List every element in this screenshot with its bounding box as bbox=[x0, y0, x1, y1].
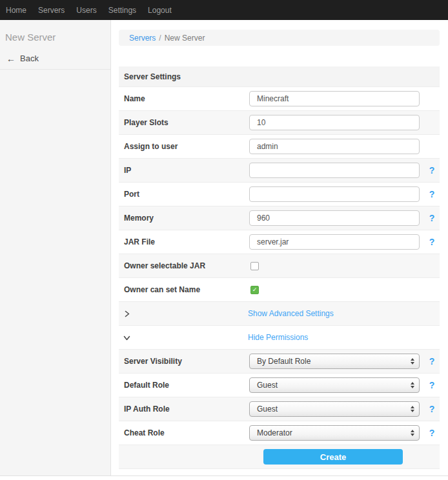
field-label-ip-auth-role: IP Auth Role bbox=[119, 405, 249, 414]
back-button[interactable]: ← Back bbox=[0, 49, 110, 70]
section-title: Server Settings bbox=[119, 72, 181, 81]
page: HomeServersUsersSettingsLogout New Serve… bbox=[0, 0, 448, 480]
field-label-name: Name bbox=[119, 94, 249, 103]
selected-option: Guest bbox=[257, 381, 278, 390]
page-title: New Server bbox=[0, 20, 110, 49]
field-control: Guest bbox=[249, 377, 420, 393]
field-control bbox=[249, 262, 420, 270]
selected-option: Guest bbox=[257, 405, 278, 414]
sidebar: New Server ← Back bbox=[0, 20, 111, 475]
port-input[interactable] bbox=[249, 186, 420, 202]
show-advanced-settings-link[interactable]: Show Advanced Settings bbox=[248, 309, 334, 318]
selected-option: Moderator bbox=[257, 428, 292, 437]
server-visibility-select[interactable]: By Default Role bbox=[249, 354, 420, 369]
breadcrumb-link-servers[interactable]: Servers bbox=[129, 34, 156, 43]
select-stepper-icon bbox=[411, 358, 414, 365]
server-settings-form: Server SettingsNamePlayer SlotsAssign to… bbox=[119, 66, 440, 469]
row-name: Name bbox=[119, 87, 440, 111]
field-label-assign-to-user: Assign to user bbox=[119, 142, 249, 151]
help-icon[interactable]: ? bbox=[427, 380, 436, 390]
help-icon[interactable]: ? bbox=[427, 189, 436, 199]
ip-auth-role-select[interactable]: Guest bbox=[249, 401, 420, 417]
help-icon[interactable]: ? bbox=[427, 213, 436, 223]
help-icon[interactable]: ? bbox=[427, 165, 436, 175]
hide-permissions-link[interactable]: Hide Permissions bbox=[248, 333, 308, 342]
field-control bbox=[249, 91, 420, 106]
nav-item-logout[interactable]: Logout bbox=[142, 6, 178, 15]
field-label-default-role: Default Role bbox=[119, 381, 249, 390]
nav-item-settings[interactable]: Settings bbox=[103, 6, 142, 15]
field-label-owner-selectable-jar: Owner selectable JAR bbox=[119, 261, 249, 270]
row-show-advanced-settings: Show Advanced Settings bbox=[119, 302, 440, 326]
memory-input[interactable] bbox=[249, 210, 420, 226]
select-stepper-icon bbox=[411, 430, 414, 436]
field-control: Guest bbox=[249, 401, 420, 417]
breadcrumb: Servers / New Server bbox=[119, 30, 440, 46]
top-navbar: HomeServersUsersSettingsLogout bbox=[0, 0, 448, 20]
nav-item-servers[interactable]: Servers bbox=[32, 6, 70, 15]
field-control bbox=[249, 115, 420, 130]
row-owner-selectable-jar: Owner selectable JAR bbox=[119, 254, 440, 278]
name-input[interactable] bbox=[249, 91, 420, 106]
chevron-right-icon[interactable] bbox=[119, 310, 248, 318]
field-label-ip: IP bbox=[119, 166, 249, 175]
assign-to-user-input[interactable] bbox=[249, 139, 420, 154]
field-control bbox=[249, 163, 420, 178]
field-label-cheat-role: Cheat Role bbox=[119, 428, 249, 437]
row-ip: IP? bbox=[119, 159, 440, 183]
field-control bbox=[249, 210, 420, 226]
row-server-visibility: Server VisibilityBy Default Role? bbox=[119, 350, 440, 374]
row-default-role: Default RoleGuest? bbox=[119, 374, 440, 397]
field-label-owner-can-set-name: Owner can set Name bbox=[119, 285, 249, 294]
breadcrumb-separator: / bbox=[159, 34, 161, 43]
bottom-divider bbox=[0, 475, 448, 476]
field-control: ✓ bbox=[249, 286, 420, 294]
field-control: By Default Role bbox=[249, 354, 420, 369]
help-icon[interactable]: ? bbox=[427, 237, 436, 247]
row-owner-can-set-name: Owner can set Name✓ bbox=[119, 278, 440, 302]
row-jar-file: JAR File? bbox=[119, 230, 440, 254]
field-label-port: Port bbox=[119, 190, 249, 199]
help-icon[interactable]: ? bbox=[427, 356, 436, 366]
main-content: Servers / New Server Server SettingsName… bbox=[119, 20, 440, 469]
default-role-select[interactable]: Guest bbox=[249, 377, 420, 393]
nav-item-users[interactable]: Users bbox=[70, 6, 102, 15]
chevron-down-icon[interactable] bbox=[119, 334, 248, 342]
row-ip-auth-role: IP Auth RoleGuest? bbox=[119, 397, 440, 421]
row-port: Port? bbox=[119, 183, 440, 206]
field-label-player-slots: Player Slots bbox=[119, 118, 249, 127]
field-control: Moderator bbox=[249, 425, 420, 441]
jar-file-input[interactable] bbox=[249, 234, 420, 250]
row-server-settings: Server Settings bbox=[119, 66, 440, 87]
field-label-memory: Memory bbox=[119, 214, 249, 223]
field-label-jar-file: JAR File bbox=[119, 237, 249, 246]
back-label: Back bbox=[20, 54, 39, 63]
row-memory: Memory? bbox=[119, 206, 440, 230]
row-assign-to-user: Assign to user bbox=[119, 135, 440, 159]
selected-option: By Default Role bbox=[257, 357, 311, 366]
row-cheat-role: Cheat RoleModerator? bbox=[119, 421, 440, 445]
field-control bbox=[249, 234, 420, 250]
row-create: Create bbox=[119, 445, 440, 469]
cheat-role-select[interactable]: Moderator bbox=[249, 425, 420, 441]
back-arrow-icon: ← bbox=[6, 54, 15, 63]
create-button[interactable]: Create bbox=[263, 449, 403, 465]
nav-item-home[interactable]: Home bbox=[0, 6, 32, 15]
select-stepper-icon bbox=[411, 382, 414, 388]
help-icon[interactable]: ? bbox=[427, 404, 436, 414]
owner-selectable-jar-checkbox[interactable] bbox=[250, 262, 259, 270]
field-control bbox=[249, 186, 420, 202]
help-icon[interactable]: ? bbox=[427, 428, 436, 438]
row-hide-permissions: Hide Permissions bbox=[119, 326, 440, 350]
ip-input[interactable] bbox=[249, 163, 420, 178]
field-label-server-visibility: Server Visibility bbox=[119, 357, 249, 366]
breadcrumb-current: New Server bbox=[165, 34, 205, 43]
owner-can-set-name-checkbox[interactable]: ✓ bbox=[250, 286, 259, 294]
field-control bbox=[249, 139, 420, 154]
select-stepper-icon bbox=[411, 406, 414, 412]
row-player-slots: Player Slots bbox=[119, 111, 440, 135]
player-slots-input[interactable] bbox=[249, 115, 420, 130]
